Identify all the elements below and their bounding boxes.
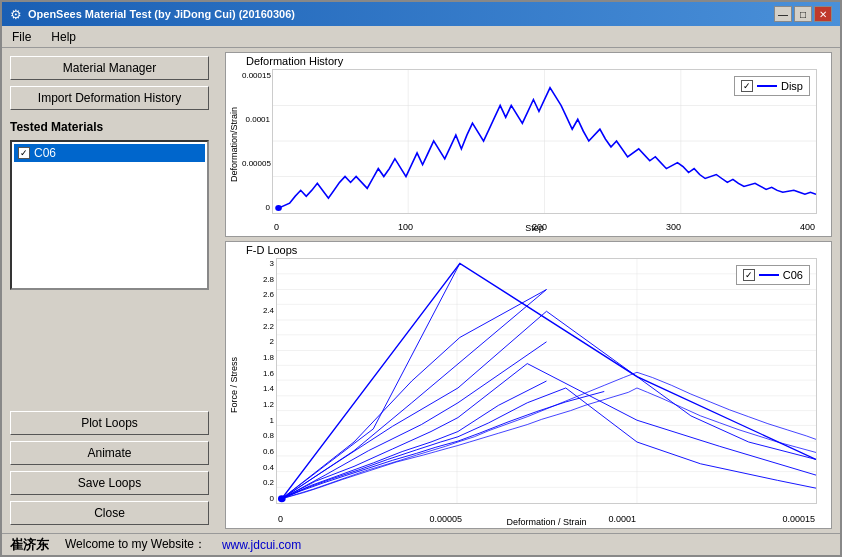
bottom-buttons: Plot Loops Animate Save Loops Close [10,411,209,525]
right-panel: Deformation/Strain Deformation History ✓ [217,48,840,533]
deformation-legend-line [757,85,777,87]
material-name-c06: C06 [34,146,56,160]
material-checkbox-c06[interactable]: ✓ [18,147,30,159]
status-author-name: 崔济东 [10,536,49,554]
fd-legend-check[interactable]: ✓ [743,269,755,281]
close-button[interactable]: Close [10,501,209,525]
status-bar: 崔济东 Welcome to my Website： www.jdcui.com [2,533,840,555]
deformation-y-axis-label: Deformation/Strain [229,107,239,182]
minimize-button[interactable]: — [774,6,792,22]
svg-point-6 [275,205,282,211]
deformation-chart: Deformation/Strain Deformation History ✓ [225,52,832,237]
save-loops-button[interactable]: Save Loops [10,471,209,495]
plot-loops-button[interactable]: Plot Loops [10,411,209,435]
title-buttons: — □ ✕ [774,6,832,22]
title-bar: ⚙ OpenSees Material Test (by JiDong Cui)… [2,2,840,26]
deformation-legend-label: Disp [781,80,803,92]
material-list[interactable]: ✓ C06 [10,140,209,290]
main-window: ⚙ OpenSees Material Test (by JiDong Cui)… [0,0,842,557]
animate-button[interactable]: Animate [10,441,209,465]
close-window-button[interactable]: ✕ [814,6,832,22]
title-bar-left: ⚙ OpenSees Material Test (by JiDong Cui)… [10,7,295,22]
import-deformation-button[interactable]: Import Deformation History [10,86,209,110]
status-welcome-text: Welcome to my Website： [65,536,206,553]
menu-file[interactable]: File [6,28,37,46]
fd-chart: Force / Stress F-D Loops ✓ [225,241,832,529]
tested-materials-label: Tested Materials [10,120,209,134]
fd-legend-label: C06 [783,269,803,281]
deformation-x-axis-label: Step [525,223,544,233]
window-title: OpenSees Material Test (by JiDong Cui) (… [28,8,295,20]
deformation-chart-legend: ✓ Disp [734,76,810,96]
app-icon: ⚙ [10,7,22,22]
material-item-c06[interactable]: ✓ C06 [14,144,205,162]
deformation-chart-title: Deformation History [242,53,831,69]
svg-point-24 [278,495,286,502]
fd-chart-title: F-D Loops [242,242,831,258]
fd-chart-svg [277,259,816,503]
fd-chart-legend: ✓ C06 [736,265,810,285]
status-website-url[interactable]: www.jdcui.com [222,538,301,552]
menu-bar: File Help [2,26,840,48]
fd-y-axis-label: Force / Stress [229,357,239,413]
menu-help[interactable]: Help [45,28,82,46]
fd-x-axis-label: Deformation / Strain [506,517,586,527]
maximize-button[interactable]: □ [794,6,812,22]
deformation-legend-check[interactable]: ✓ [741,80,753,92]
left-panel: Material Manager Import Deformation Hist… [2,48,217,533]
fd-legend-line [759,274,779,276]
material-manager-button[interactable]: Material Manager [10,56,209,80]
main-content: Material Manager Import Deformation Hist… [2,48,840,533]
